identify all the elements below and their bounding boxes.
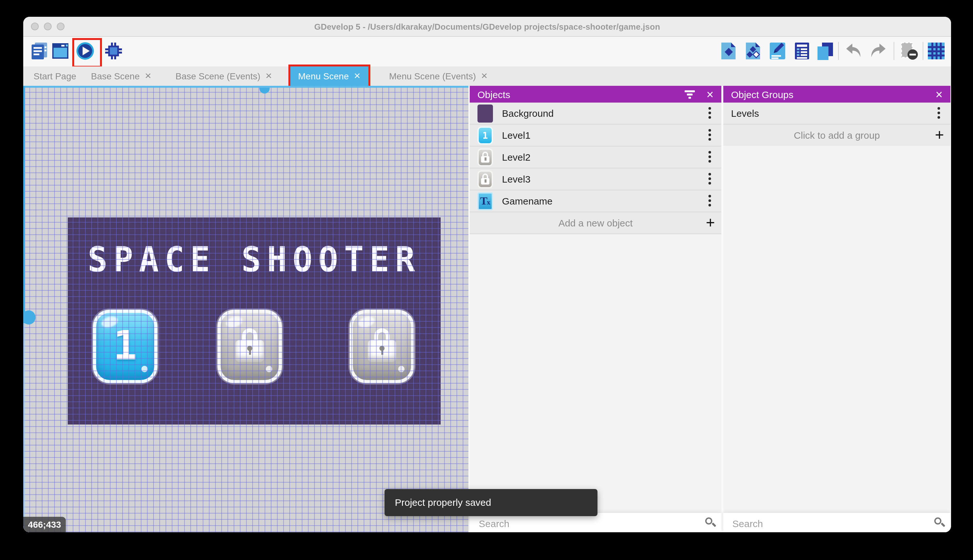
vertical-scrollbar-handle[interactable] [23, 310, 35, 325]
lock-icon [368, 328, 396, 362]
cursor-coordinates-badge: 466;433 [23, 517, 66, 532]
content-area: SPACE SHOOTER 1 [23, 86, 951, 532]
toolbar-divider [894, 42, 894, 60]
tab-close-icon[interactable]: × [265, 70, 272, 81]
tab-close-icon[interactable]: × [481, 70, 488, 81]
layers-icon[interactable] [816, 41, 835, 61]
close-icon[interactable]: × [706, 88, 714, 100]
toolbar-divider [923, 42, 923, 60]
more-options-icon[interactable] [708, 129, 711, 132]
objects-panel-empty-space [470, 234, 721, 513]
tab-start-page[interactable]: Start Page [26, 67, 84, 86]
horizontal-scrollbar-handle[interactable] [259, 88, 270, 93]
more-options-icon[interactable] [938, 107, 940, 110]
search-icon[interactable] [705, 517, 712, 525]
tab-menu-scene[interactable]: Menu Scene × [290, 67, 368, 86]
tab-close-icon[interactable]: × [145, 70, 151, 81]
object-row-level3[interactable]: Level3 [470, 168, 721, 190]
filter-icon[interactable] [685, 90, 695, 98]
plus-icon[interactable]: + [706, 212, 715, 232]
tab-close-icon[interactable]: × [354, 70, 360, 81]
object-groups-panel-title: Object Groups [731, 89, 936, 100]
debug-icon[interactable] [104, 41, 123, 61]
object-label: Level3 [502, 173, 530, 185]
horizontal-scrollbar[interactable] [23, 86, 468, 88]
objects-panel-header: Objects × [470, 86, 721, 103]
object-label: Background [502, 108, 553, 119]
vertical-scrollbar-track [23, 86, 25, 323]
add-group-label: Click to add a group [723, 125, 950, 146]
add-object-label: Add a new object [470, 212, 721, 233]
object-row-gamename[interactable]: Tx Gamename [470, 190, 721, 212]
groups-search-input[interactable] [731, 513, 925, 532]
search-icon[interactable] [934, 517, 941, 525]
more-options-icon[interactable] [708, 173, 711, 175]
tab-menu-scene-events[interactable]: Menu Scene (Events) × [382, 67, 495, 86]
more-options-icon[interactable] [708, 107, 711, 110]
menu-scene-background[interactable]: SPACE SHOOTER 1 [68, 217, 441, 425]
game-title-text-object[interactable]: SPACE SHOOTER [68, 240, 441, 280]
toolbar: 1:1 [23, 37, 951, 67]
add-group-row[interactable]: Click to add a group + [723, 125, 950, 147]
toolbar-divider [838, 42, 839, 60]
tab-label: Base Scene [91, 71, 140, 81]
tab-label: Start Page [33, 71, 76, 81]
objects-panel-title: Objects [478, 89, 685, 100]
object-label: Level1 [502, 130, 530, 141]
groups-search-bar [723, 513, 950, 532]
title-bar: GDevelop 5 - /Users/dkarakay/Documents/G… [23, 17, 951, 37]
object-groups-icon[interactable] [743, 41, 763, 61]
groups-panel-empty-space [723, 146, 950, 513]
object-label: Gamename [502, 195, 553, 207]
object-row-background[interactable]: Background [470, 103, 721, 125]
save-toast: Project properly saved [385, 489, 598, 516]
scene-editor-icon[interactable] [51, 41, 70, 61]
objects-list: Background 1 Level1 Level2 [470, 103, 721, 234]
object-groups-panel: Object Groups × Levels Click to add a gr… [723, 86, 950, 532]
more-options-icon[interactable] [708, 195, 711, 197]
groups-list: Levels Click to add a group + [723, 103, 950, 147]
window-mask-icon[interactable] [900, 41, 919, 61]
instances-list-icon[interactable] [792, 41, 812, 61]
tab-label: Base Scene (Events) [175, 71, 260, 81]
lock-icon [235, 328, 264, 362]
locked-thumbnail [478, 148, 493, 166]
redo-icon[interactable] [868, 41, 888, 61]
tab-bar: Start Page Base Scene × Base Scene (Even… [23, 67, 951, 86]
level-2-locked-sprite[interactable] [217, 310, 282, 383]
close-icon[interactable]: × [936, 88, 943, 100]
undo-icon[interactable] [844, 41, 863, 61]
objects-panel: Objects × Background 1 Level1 [470, 86, 721, 532]
project-manager-icon[interactable] [31, 41, 50, 61]
object-groups-panel-header: Object Groups × [723, 86, 950, 103]
tab-base-scene-events[interactable]: Base Scene (Events) × [168, 67, 280, 86]
app-window: GDevelop 5 - /Users/dkarakay/Documents/G… [23, 17, 951, 532]
play-icon[interactable] [75, 41, 95, 61]
text-object-thumbnail: Tx [478, 192, 493, 210]
tab-base-scene[interactable]: Base Scene × [83, 67, 159, 86]
more-options-icon[interactable] [708, 151, 711, 153]
window-title: GDevelop 5 - /Users/dkarakay/Documents/G… [23, 17, 951, 36]
level1-thumbnail: 1 [478, 126, 493, 144]
level-1-button-sprite[interactable]: 1 [93, 310, 157, 383]
add-object-icon[interactable] [719, 41, 738, 61]
screenshot-stage: GDevelop 5 - /Users/dkarakay/Documents/G… [0, 0, 973, 560]
object-row-level2[interactable]: Level2 [470, 147, 721, 168]
plus-icon[interactable]: + [935, 125, 944, 145]
tab-label: Menu Scene (Events) [389, 71, 476, 81]
tab-label: Menu Scene [298, 71, 349, 81]
scene-canvas[interactable]: SPACE SHOOTER 1 [23, 86, 468, 532]
add-object-row[interactable]: Add a new object + [470, 212, 721, 234]
group-label: Levels [731, 108, 759, 119]
properties-pencil-icon[interactable] [768, 41, 787, 61]
background-thumbnail [478, 104, 493, 122]
level-3-locked-sprite[interactable] [350, 310, 414, 383]
level-1-number: 1 [96, 322, 154, 369]
grid-icon[interactable] [926, 41, 946, 61]
locked-thumbnail [478, 170, 493, 188]
object-row-level1[interactable]: 1 Level1 [470, 125, 721, 147]
object-label: Level2 [502, 152, 530, 163]
group-row-levels[interactable]: Levels [723, 103, 950, 125]
